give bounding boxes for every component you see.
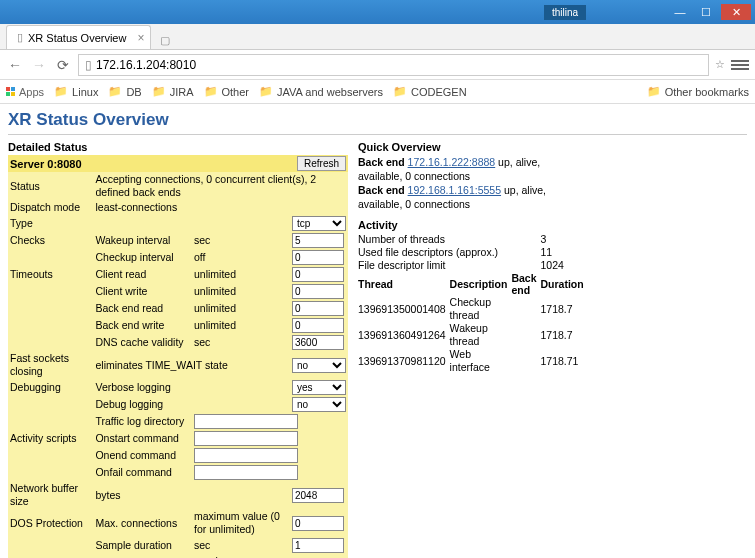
bookmark-folder[interactable]: 📁DB: [108, 85, 141, 98]
maxconn-input[interactable]: [292, 516, 344, 531]
client-read-input[interactable]: [292, 267, 344, 282]
quick-overview-heading: Quick Overview: [358, 141, 583, 153]
bookmark-folder[interactable]: 📁CODEGEN: [393, 85, 467, 98]
page-title: XR Status Overview: [8, 110, 747, 130]
backend-link-1[interactable]: 172.16.1.222:8888: [408, 156, 496, 168]
label-status: Status: [8, 172, 93, 200]
user-badge: thilina: [544, 5, 586, 20]
bookmark-star-icon[interactable]: ☆: [715, 58, 725, 71]
new-tab-button[interactable]: ▢: [155, 31, 175, 49]
server-name: Server 0:8080: [10, 158, 82, 170]
folder-icon: 📁: [152, 85, 166, 98]
value-dispatch: least-connections: [93, 200, 348, 215]
detailed-status-heading: Detailed Status: [8, 141, 348, 153]
backend-read-input[interactable]: [292, 301, 344, 316]
netbuf-input[interactable]: [292, 488, 344, 503]
quick-overview: Back end 172.16.1.222:8888 up, alive, av…: [358, 155, 583, 211]
activity-row: 139691350001408Checkup thread1718.7: [358, 296, 588, 322]
traffic-log-input[interactable]: [194, 414, 298, 429]
onend-input[interactable]: [194, 448, 298, 463]
bookmark-folder[interactable]: 📁Linux: [54, 85, 98, 98]
url-input[interactable]: ▯ 172.16.1.204:8010: [78, 54, 709, 76]
site-icon: ▯: [85, 58, 92, 72]
apps-icon: [6, 87, 15, 96]
apps-label: Apps: [19, 86, 44, 98]
folder-icon: 📁: [259, 85, 273, 98]
label-netbuf: Network buffer size: [8, 481, 93, 509]
verbose-select[interactable]: yes: [292, 380, 346, 395]
bookmarks-bar: Apps 📁Linux 📁DB 📁JIRA 📁Other 📁JAVA and w…: [0, 80, 755, 104]
folder-icon: 📁: [54, 85, 68, 98]
bookmark-folder[interactable]: 📁JAVA and webservers: [259, 85, 383, 98]
label-dos: DOS Protection: [8, 509, 93, 537]
page-icon: ▯: [17, 31, 23, 44]
client-write-input[interactable]: [292, 284, 344, 299]
backend-link-2[interactable]: 192.168.1.161:5555: [408, 184, 501, 196]
hamburger-menu-icon[interactable]: [731, 56, 749, 74]
label-type: Type: [8, 215, 93, 232]
browser-tab[interactable]: ▯ XR Status Overview ×: [6, 25, 151, 49]
sample-duration-input[interactable]: [292, 538, 344, 553]
onfail-input[interactable]: [194, 465, 298, 480]
activity-heading: Activity: [358, 219, 583, 231]
backend-write-input[interactable]: [292, 318, 344, 333]
reload-button[interactable]: ⟳: [54, 56, 72, 74]
apps-button[interactable]: Apps: [6, 86, 44, 98]
folder-icon: 📁: [393, 85, 407, 98]
bookmark-folder[interactable]: 📁Other: [204, 85, 250, 98]
refresh-button[interactable]: Refresh: [297, 156, 346, 171]
browser-tabbar: ▯ XR Status Overview × ▢: [0, 24, 755, 50]
url-text: 172.16.1.204:8010: [96, 58, 196, 72]
label-debugging: Debugging: [8, 379, 93, 396]
folder-icon: 📁: [204, 85, 218, 98]
activity-table: Number of threads3 Used file descriptors…: [358, 233, 588, 374]
label-activity-scripts: Activity scripts: [8, 430, 93, 447]
back-button[interactable]: ←: [6, 56, 24, 74]
server-panel: Server 0:8080 Refresh StatusAccepting co…: [8, 155, 348, 558]
address-bar: ← → ⟳ ▯ 172.16.1.204:8010 ☆: [0, 50, 755, 80]
label-dispatch: Dispatch mode: [8, 200, 93, 215]
close-button[interactable]: ✕: [721, 4, 751, 20]
debuglog-select[interactable]: no: [292, 397, 346, 412]
label-checks: Checks: [8, 232, 93, 249]
fast-close-select[interactable]: no: [292, 358, 346, 373]
forward-button[interactable]: →: [30, 56, 48, 74]
tab-close-icon[interactable]: ×: [137, 31, 144, 45]
folder-icon: 📁: [108, 85, 122, 98]
wakeup-input[interactable]: [292, 233, 344, 248]
onstart-input[interactable]: [194, 431, 298, 446]
tab-title: XR Status Overview: [28, 32, 126, 44]
other-bookmarks[interactable]: 📁Other bookmarks: [647, 85, 749, 98]
window-titlebar: thilina — ☐ ✕: [0, 0, 755, 24]
dns-cache-input[interactable]: [292, 335, 344, 350]
activity-row: 139691360491264Wakeup thread1718.7: [358, 322, 588, 348]
type-select[interactable]: tcp: [292, 216, 346, 231]
maximize-button[interactable]: ☐: [695, 4, 717, 20]
label-timeouts: Timeouts: [8, 266, 93, 283]
folder-icon: 📁: [647, 85, 661, 98]
bookmark-folder[interactable]: 📁JIRA: [152, 85, 194, 98]
value-status: Accepting connections, 0 concurrent clie…: [93, 172, 348, 200]
activity-row: 139691370981120Web interface1718.71: [358, 348, 588, 374]
checkup-input[interactable]: [292, 250, 344, 265]
minimize-button[interactable]: —: [669, 4, 691, 20]
label-fast-close: Fast sockets closing: [8, 351, 93, 379]
